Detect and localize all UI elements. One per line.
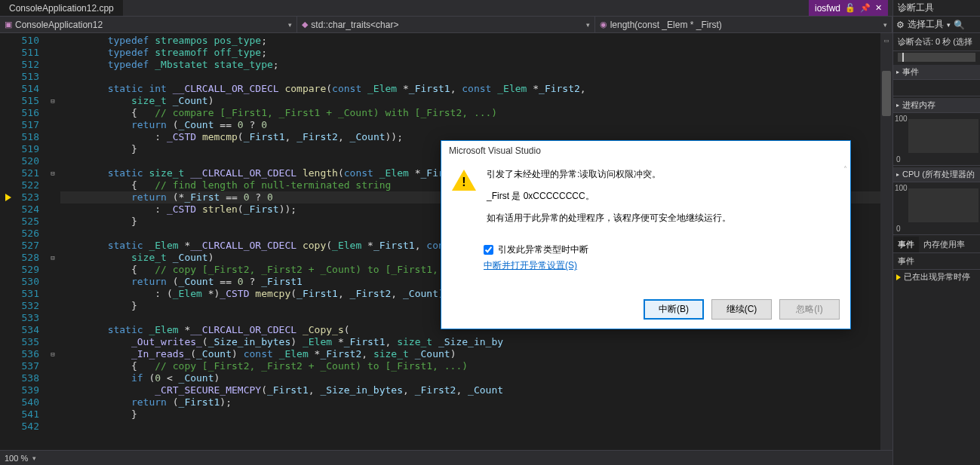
- event-row[interactable]: 已在出现异常时停: [893, 270, 980, 284]
- editor-status-bar: 100 % ▾: [0, 450, 892, 465]
- current-event-icon: [896, 274, 901, 280]
- section-events-label: 事件: [902, 66, 919, 78]
- breadcrumb-symbol-label: length(const _Elem * _First): [610, 20, 722, 30]
- chevron-down-icon[interactable]: ▾: [32, 454, 36, 462]
- close-icon[interactable]: ✕: [875, 3, 882, 13]
- chevron-down-icon[interactable]: ▾: [883, 21, 887, 29]
- chevron-down-icon[interactable]: ▾: [586, 21, 590, 29]
- diag-tab-events[interactable]: 事件: [893, 237, 919, 252]
- collapse-icon: ▸: [896, 171, 899, 178]
- diagnostics-toolbar: ⚙ 选择工具 ▾ 🔍: [893, 17, 980, 33]
- tab-pinned[interactable]: iosfwd 🔓 📌 ✕: [809, 0, 888, 16]
- breadcrumb: ▣ ConsoleApplication12 ▾ ◆ std::char_tra…: [0, 17, 892, 33]
- breadcrumb-scope[interactable]: ◆ std::char_traits<char> ▾: [297, 17, 594, 32]
- event-column-header[interactable]: 事件: [893, 253, 980, 270]
- breadcrumb-scope-label: std::char_traits<char>: [311, 20, 398, 30]
- zoom-level[interactable]: 100 %: [5, 454, 28, 463]
- breadcrumb-project[interactable]: ▣ ConsoleApplication12 ▾: [0, 17, 297, 32]
- events-chart[interactable]: [893, 80, 980, 96]
- cpu-min: 0: [896, 225, 901, 233]
- memory-chart[interactable]: 100 0: [893, 113, 980, 166]
- project-icon: ▣: [5, 20, 12, 29]
- diagnostics-title: 诊断工具: [893, 0, 980, 17]
- diag-tabs: 事件 内存使用率: [893, 237, 980, 253]
- section-cpu-label: CPU (所有处理器的: [902, 169, 975, 180]
- continue-button[interactable]: 继续(C): [711, 299, 772, 320]
- section-memory-label: 进程内存: [902, 99, 935, 111]
- break-checkbox-input[interactable]: [484, 245, 493, 255]
- current-statement-icon: [5, 194, 11, 201]
- collapse-icon: ▸: [896, 69, 899, 75]
- exception-dialog: Microsoft Visual Studio ! 引发了未经处理的异常:读取访…: [441, 140, 851, 329]
- section-cpu[interactable]: ▸ CPU (所有处理器的: [893, 167, 980, 182]
- line-number-gutter: 5105115125135145155165175185195205215225…: [0, 33, 45, 450]
- dialog-line3: 如有适用于此异常的处理程序，该程序便可安全地继续运行。: [487, 212, 731, 225]
- tool-select-label[interactable]: 选择工具: [908, 18, 944, 31]
- collapse-icon: ▸: [896, 102, 899, 109]
- event-list: 事件 已在出现异常时停: [893, 253, 980, 465]
- fold-margin[interactable]: ⊟⊟⊟⊟: [45, 33, 60, 450]
- diag-tab-memusage[interactable]: 内存使用率: [919, 237, 969, 252]
- dialog-line1: 引发了未经处理的异常:读取访问权限冲突。: [487, 168, 731, 181]
- cpu-chart[interactable]: 100 0: [893, 182, 980, 235]
- ignore-button[interactable]: 忽略(I): [779, 299, 840, 320]
- dialog-title: Microsoft Visual Studio: [441, 141, 850, 161]
- vertical-scrollbar[interactable]: ▭: [880, 33, 892, 450]
- event-text: 已在出现异常时停: [904, 271, 970, 283]
- dialog-line2: _First 是 0xCCCCCCCC。: [487, 190, 731, 203]
- break-checkbox-label: 引发此异常类型时中断: [498, 243, 588, 256]
- break-button[interactable]: 中断(B): [644, 299, 704, 320]
- section-memory[interactable]: ▸ 进程内存: [893, 98, 980, 113]
- pin-icon[interactable]: 📌: [860, 3, 871, 13]
- breadcrumb-symbol[interactable]: ◉ length(const _Elem * _First) ▾: [595, 17, 892, 32]
- scroll-up-icon[interactable]: ˄: [843, 165, 847, 173]
- cpu-max: 100: [895, 184, 908, 192]
- unlock-icon[interactable]: 🔓: [845, 3, 856, 13]
- tab-active[interactable]: ConsoleApplication12.cpp: [0, 0, 123, 16]
- break-on-exception-checkbox[interactable]: 引发此异常类型时中断: [484, 243, 840, 256]
- chevron-down-icon[interactable]: ▾: [288, 21, 292, 29]
- mem-max: 100: [895, 115, 908, 123]
- timeline-ruler[interactable]: [898, 53, 975, 62]
- gear-icon[interactable]: ⚙: [896, 20, 905, 30]
- tab-pinned-label: iosfwd: [815, 3, 840, 14]
- chevron-down-icon[interactable]: ▾: [947, 21, 951, 29]
- zoom-in-icon[interactable]: 🔍: [954, 20, 965, 30]
- diagnostic-session-label: 诊断会话: 0 秒 (选择: [893, 33, 980, 51]
- struct-icon: ◆: [302, 20, 308, 29]
- split-icon[interactable]: ▭: [882, 35, 891, 44]
- warning-icon: !: [452, 168, 476, 192]
- diagnostics-panel: 诊断工具 ⚙ 选择工具 ▾ 🔍 诊断会话: 0 秒 (选择 ▸ 事件 ▸ 进程内…: [892, 0, 980, 465]
- section-events[interactable]: ▸ 事件: [893, 65, 980, 80]
- open-exception-settings-link[interactable]: 中断并打开异常设置(S): [484, 260, 577, 271]
- mem-min: 0: [896, 155, 901, 164]
- breadcrumb-project-label: ConsoleApplication12: [15, 20, 103, 30]
- scrollbar-thumb[interactable]: [882, 71, 891, 116]
- dialog-message: 引发了未经处理的异常:读取访问权限冲突。 _First 是 0xCCCCCCCC…: [487, 168, 731, 233]
- document-tab-bar: ConsoleApplication12.cpp iosfwd 🔓 📌 ✕: [0, 0, 892, 17]
- method-icon: ◉: [600, 20, 607, 29]
